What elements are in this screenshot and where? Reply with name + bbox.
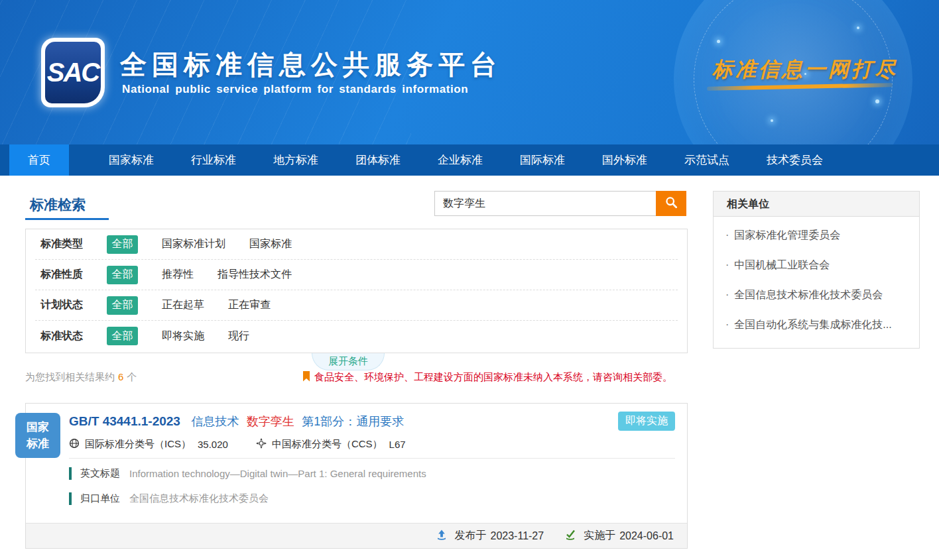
site-title: 全国标准信息公共服务平台 bbox=[120, 46, 502, 83]
result-card: 国家 标准 GB/T 43441.1-2023 信息技术 数字孪生 第1部分：通… bbox=[25, 403, 688, 549]
nav-tab-pilot[interactable]: 示范试点 bbox=[666, 144, 748, 176]
globe-icon bbox=[69, 438, 85, 451]
nav-tab-group-standards[interactable]: 团体标准 bbox=[337, 144, 419, 176]
compass-icon bbox=[256, 438, 272, 451]
nav-tab-local-standards[interactable]: 地方标准 bbox=[255, 144, 337, 176]
section-title-standard-search[interactable]: 标准检索 bbox=[30, 196, 86, 214]
notice-text: 食品安全、环境保护、工程建设方面的国家标准未纳入本系统，请咨询相关部委。 bbox=[314, 371, 672, 384]
filter-all-button[interactable]: 全部 bbox=[107, 266, 138, 284]
field-english-title: 英文标题 Information technology—Digital twin… bbox=[69, 467, 426, 480]
nav-tab-home[interactable]: 首页 bbox=[9, 144, 69, 176]
classification-row: 国际标准分类号（ICS） 35.020 中国标准分类号（CCS） L67 bbox=[69, 438, 406, 451]
title-highlight: 数字孪生 bbox=[247, 415, 294, 428]
section-title-underline bbox=[25, 218, 109, 220]
expand-conditions-button[interactable]: 展开条件 bbox=[312, 353, 385, 370]
filter-option[interactable]: 正在起草 bbox=[162, 298, 204, 312]
ics-value: 35.020 bbox=[198, 439, 228, 450]
related-units-list: ·国家标准化管理委员会 ·中国机械工业联合会 ·全国信息技术标准化技术委员会 ·… bbox=[714, 217, 919, 348]
filter-option[interactable]: 现行 bbox=[228, 329, 249, 343]
related-unit-link[interactable]: ·国家标准化管理委员会 bbox=[723, 221, 911, 251]
site-subtitle: National public service platform for sta… bbox=[122, 83, 468, 96]
nav-tab-national-standards[interactable]: 国家标准 bbox=[90, 144, 172, 176]
filter-option[interactable]: 国家标准 bbox=[249, 237, 292, 251]
search-input[interactable] bbox=[434, 191, 656, 216]
status-badge: 即将实施 bbox=[618, 412, 675, 431]
published-date-item: 发布于 2023-11-27 bbox=[436, 529, 544, 543]
field-marker-bar bbox=[69, 492, 72, 505]
filter-label: 标准状态 bbox=[40, 329, 107, 343]
results-summary: 为您找到相关结果约6个 bbox=[25, 371, 137, 384]
filter-label: 计划状态 bbox=[40, 298, 107, 312]
nav-tab-international-standards[interactable]: 国际标准 bbox=[501, 144, 584, 176]
bookmark-icon bbox=[302, 371, 314, 384]
publish-icon bbox=[436, 530, 451, 543]
filter-panel: 标准类型 全部 国家标准计划 国家标准 标准性质 全部 推荐性 指导性技术文件 … bbox=[25, 229, 688, 353]
implemented-date-item: 实施于 2024-06-01 bbox=[565, 529, 674, 543]
published-date: 2023-11-27 bbox=[491, 530, 544, 542]
filter-row-plan-status: 计划状态 全部 正在起草 正在审查 bbox=[35, 290, 678, 321]
page: SAC 全国标准信息公共服务平台 National public service… bbox=[0, 0, 939, 560]
field-competent-unit: 归口单位 全国信息技术标准化技术委员会 bbox=[69, 492, 269, 505]
filter-row-standard-nature: 标准性质 全部 推荐性 指导性技术文件 bbox=[35, 260, 678, 290]
filter-all-button[interactable]: 全部 bbox=[107, 327, 138, 345]
title-part: 信息技术 bbox=[191, 415, 239, 428]
sac-logo[interactable]: SAC bbox=[41, 38, 105, 107]
filter-row-standard-type: 标准类型 全部 国家标准计划 国家标准 bbox=[35, 229, 678, 260]
nav-tab-foreign-standards[interactable]: 国外标准 bbox=[584, 144, 666, 176]
nav-tab-enterprise-standards[interactable]: 企业标准 bbox=[419, 144, 501, 176]
results-line: 为您找到相关结果约6个 食品安全、环境保护、工程建设方面的国家标准未纳入本系统，… bbox=[25, 371, 672, 384]
filter-option[interactable]: 指导性技术文件 bbox=[218, 268, 292, 282]
related-unit-link[interactable]: ·中国机械工业联合会 bbox=[723, 251, 911, 280]
system-notice: 食品安全、环境保护、工程建设方面的国家标准未纳入本系统，请咨询相关部委。 bbox=[302, 371, 672, 384]
title-part: 第1部分：通用要求 bbox=[302, 415, 404, 428]
filter-option[interactable]: 国家标准计划 bbox=[162, 237, 225, 251]
filter-option[interactable]: 推荐性 bbox=[162, 268, 194, 282]
card-footer: 发布于 2023-11-27 实施于 2024-06-01 bbox=[26, 523, 687, 548]
main-nav: 首页 国家标准 行业标准 地方标准 团体标准 企业标准 国际标准 国外标准 示范… bbox=[0, 144, 939, 176]
search-icon bbox=[665, 196, 678, 211]
filter-label: 标准类型 bbox=[40, 237, 107, 251]
nav-tab-technical-committee[interactable]: 技术委员会 bbox=[748, 144, 842, 176]
nav-tab-industry-standards[interactable]: 行业标准 bbox=[172, 144, 255, 176]
standard-code: GB/T 43441.1-2023 bbox=[69, 414, 180, 428]
published-label: 发布于 bbox=[455, 529, 487, 543]
sac-logo-text: SAC bbox=[47, 58, 99, 87]
filter-all-button[interactable]: 全部 bbox=[107, 235, 138, 254]
related-unit-link[interactable]: ·全国信息技术标准化技术委员会 bbox=[723, 280, 911, 310]
header-slogan: 标准信息一网打尽 bbox=[712, 56, 898, 84]
header-banner: SAC 全国标准信息公共服务平台 National public service… bbox=[0, 0, 939, 144]
implemented-label: 实施于 bbox=[584, 529, 615, 543]
result-title-link[interactable]: GB/T 43441.1-2023 信息技术 数字孪生 第1部分：通用要求 bbox=[69, 414, 404, 429]
search-group bbox=[434, 191, 686, 216]
filter-row-standard-status: 标准状态 全部 即将实施 现行 bbox=[35, 321, 678, 351]
implemented-date: 2024-06-01 bbox=[619, 530, 674, 542]
check-icon bbox=[565, 530, 580, 543]
filter-option[interactable]: 即将实施 bbox=[162, 329, 204, 343]
search-button[interactable] bbox=[656, 191, 686, 216]
ccs-label: 中国标准分类号（CCS） bbox=[272, 438, 383, 451]
related-unit-link[interactable]: ·全国自动化系统与集成标准化技... bbox=[723, 310, 911, 340]
card-divider bbox=[69, 458, 675, 459]
results-count: 6 bbox=[118, 371, 123, 382]
related-units-title: 相关单位 bbox=[714, 192, 919, 217]
filter-label: 标准性质 bbox=[40, 268, 107, 282]
ccs-value: L67 bbox=[389, 439, 406, 450]
sac-logo-inner: SAC bbox=[45, 42, 101, 103]
field-marker-bar bbox=[69, 467, 72, 480]
filter-option[interactable]: 正在审查 bbox=[228, 298, 271, 312]
related-units-panel: 相关单位 ·国家标准化管理委员会 ·中国机械工业联合会 ·全国信息技术标准化技术… bbox=[713, 191, 920, 349]
filter-all-button[interactable]: 全部 bbox=[107, 296, 138, 315]
standard-type-badge: 国家 标准 bbox=[15, 413, 60, 458]
ics-label: 国际标准分类号（ICS） bbox=[85, 438, 191, 451]
